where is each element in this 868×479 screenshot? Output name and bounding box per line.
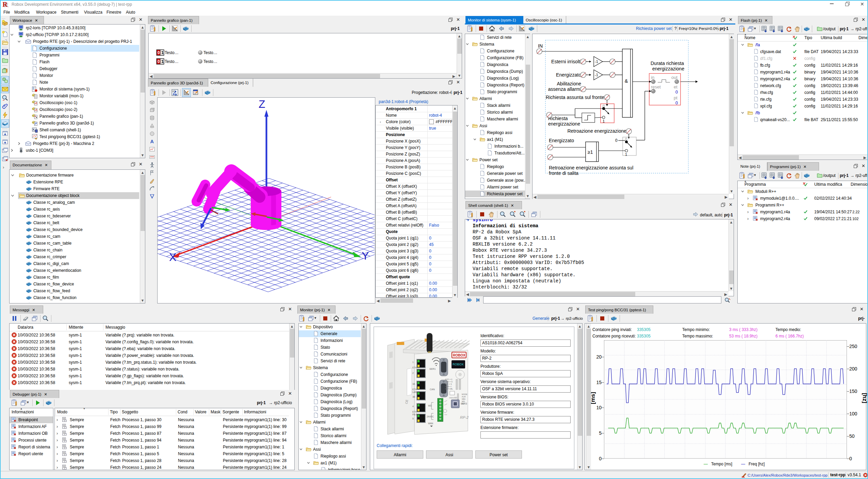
svg-text:FB0 = S: FB0 = S (445, 383, 452, 385)
svg-text:ETH: ETH (412, 366, 417, 369)
svg-text:LAN: LAN (412, 391, 417, 393)
svg-text:0: 0 (158, 50, 160, 55)
svg-text:SER1: SER1 (429, 368, 436, 370)
svg-text:-1: -1 (595, 60, 598, 64)
svg-text:et: et (674, 84, 677, 89)
svg-text:Y: Y (362, 250, 369, 262)
svg-text:CAN: CAN (430, 388, 435, 391)
svg-text:ALM: ALM (462, 396, 466, 398)
svg-text:SER3: SER3 (461, 402, 467, 405)
svg-text:ROBOX: ROBOX (453, 363, 464, 366)
svg-text:NET CBL: NET CBL (445, 388, 453, 390)
svg-text:RP-2: RP-2 (460, 415, 469, 419)
svg-text:Abilitazione: Abilitazione (557, 81, 581, 86)
svg-text:energizzazione: energizzazione (548, 121, 580, 127)
svg-text:CAN = G: CAN = G (445, 381, 453, 383)
svg-text:R: R (4, 1, 9, 8)
svg-text:MODE: MODE (462, 393, 468, 395)
svg-text:24VDC: 24VDC (427, 415, 434, 418)
svg-text:in: in (651, 75, 654, 80)
svg-text:5: 5 (412, 417, 414, 420)
svg-text:ETH: ETH (412, 411, 417, 413)
svg-text:microSD: microSD (449, 397, 457, 399)
svg-text:0: 0 (615, 138, 618, 143)
svg-text:1: 1 (161, 50, 164, 55)
svg-text:WAN: WAN (428, 422, 433, 425)
svg-text:Esterni irrisolti: Esterni irrisolti (551, 59, 581, 64)
svg-text:SBA: SBA (462, 398, 465, 400)
svg-text:fronte di salita: fronte di salita (549, 170, 578, 176)
svg-text:0: 0 (158, 59, 160, 64)
svg-text:0: 0 (675, 89, 678, 95)
svg-text:CE: CE (405, 399, 409, 404)
svg-text:ETH: ETH (412, 388, 417, 391)
svg-text:WD: WD (428, 404, 432, 407)
svg-text:1: 1 (603, 119, 605, 123)
svg-text:Energizzato: Energizzato (549, 138, 574, 143)
svg-text:1: 1 (625, 152, 627, 156)
svg-text:pt: pt (674, 95, 677, 100)
svg-text:FB-5: FB-5 (412, 413, 417, 416)
svg-text:1: 1 (161, 59, 164, 64)
svg-text:energizzazione: energizzazione (652, 66, 684, 71)
svg-text:0: 0 (675, 100, 678, 105)
svg-text:Durata richiesta: Durata richiesta (651, 61, 684, 66)
svg-text:ROBOX: ROBOX (453, 353, 465, 357)
svg-text:Energizzato: Energizzato (556, 72, 581, 78)
svg-text:≥1: ≥1 (588, 149, 593, 155)
svg-text:out: out (671, 75, 677, 80)
svg-text:1: 1 (412, 361, 414, 363)
svg-text:3B: 3B (412, 396, 415, 398)
svg-text:A: A (150, 139, 154, 144)
svg-text:Z: Z (259, 98, 265, 110)
svg-text:assenza allarmi: assenza allarmi (548, 86, 581, 92)
svg-text:Richiesta assunta sul fronte: Richiesta assunta sul fronte (546, 95, 604, 100)
svg-text:USB = I: USB = I (445, 385, 452, 387)
svg-text:X: X (169, 251, 176, 263)
svg-text:2: 2 (412, 372, 414, 374)
svg-text:IN: IN (538, 43, 543, 49)
svg-text:3A: 3A (412, 383, 415, 385)
svg-text:AXO = 0: AXO = 0 (445, 378, 452, 380)
svg-text:reset: reset (651, 84, 661, 89)
svg-text:4: 4 (412, 405, 414, 408)
svg-text:-1: -1 (595, 73, 598, 77)
svg-text:Retroazione energizzazione ass: Retroazione energizzazione assunta sul (549, 165, 633, 170)
svg-text:Retroazione energizzazione: Retroazione energizzazione (567, 128, 626, 134)
svg-text:&: & (625, 78, 628, 84)
